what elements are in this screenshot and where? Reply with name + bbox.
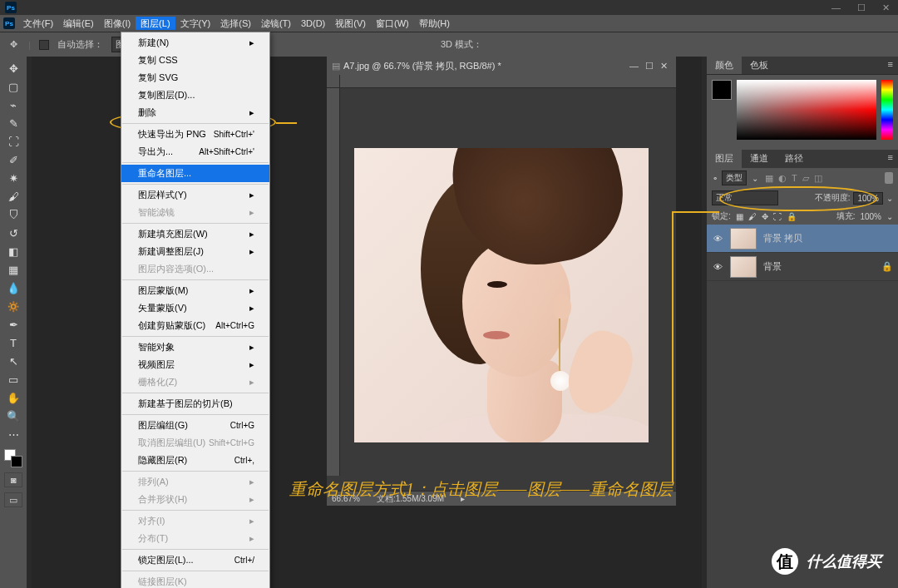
menu-item[interactable]: 新建基于图层的切片(B) bbox=[121, 395, 269, 413]
color-swatches[interactable] bbox=[4, 449, 22, 467]
doc-maximize-button[interactable]: ☐ bbox=[642, 61, 657, 72]
visibility-toggle[interactable]: 👁 bbox=[712, 233, 723, 245]
menu-item[interactable]: 新建(N)▸ bbox=[121, 34, 269, 52]
doc-close-button[interactable]: ✕ bbox=[657, 61, 671, 72]
menu-item[interactable]: 复制图层(D)... bbox=[121, 86, 269, 104]
lock-transparent-icon[interactable]: ▦ bbox=[736, 212, 743, 221]
layer-thumbnail[interactable] bbox=[730, 256, 757, 278]
menu-item[interactable]: 图层编组(G)Ctrl+G bbox=[121, 417, 269, 434]
menu-item-1[interactable]: 编辑(E) bbox=[58, 17, 99, 30]
opacity-input[interactable]: 100% bbox=[853, 192, 883, 205]
menu-item[interactable]: 创建剪贴蒙版(C)Alt+Ctrl+G bbox=[121, 317, 269, 334]
heal-tool[interactable]: ✷ bbox=[3, 170, 23, 186]
menu-item[interactable]: 删除▸ bbox=[121, 104, 269, 121]
menu-item[interactable]: 重命名图层... bbox=[121, 165, 269, 182]
menu-item[interactable]: 视频图层▸ bbox=[121, 356, 269, 373]
filter-shape-icon[interactable]: ▱ bbox=[802, 173, 809, 184]
hand-tool[interactable]: ✋ bbox=[3, 389, 23, 406]
tab-color[interactable]: 颜色 bbox=[707, 57, 742, 74]
pen-tool[interactable]: ✒ bbox=[3, 316, 23, 333]
tab-channels[interactable]: 通道 bbox=[742, 150, 777, 168]
doc-minimize-button[interactable]: — bbox=[626, 61, 642, 71]
gradient-tool[interactable]: ▦ bbox=[3, 261, 23, 278]
layer-thumbnail[interactable] bbox=[730, 228, 757, 250]
menu-item[interactable]: 图层样式(Y)▸ bbox=[121, 186, 269, 204]
quick-mask-toggle[interactable]: ◙ bbox=[4, 472, 22, 487]
menu-item-0[interactable]: 文件(F) bbox=[18, 17, 58, 30]
eyedropper-tool[interactable]: ✐ bbox=[3, 151, 23, 168]
path-select-tool[interactable]: ↖ bbox=[3, 353, 23, 369]
tab-paths[interactable]: 路径 bbox=[777, 150, 812, 168]
stamp-tool[interactable]: ⛉ bbox=[3, 206, 23, 223]
menu-item[interactable]: 导出为...Alt+Shift+Ctrl+' bbox=[121, 143, 269, 161]
lock-all-icon[interactable]: 🔒 bbox=[787, 212, 797, 221]
lock-pixels-icon[interactable]: 🖌 bbox=[748, 212, 757, 221]
eraser-tool[interactable]: ◧ bbox=[3, 243, 23, 259]
menu-item[interactable]: 新建调整图层(J)▸ bbox=[121, 243, 269, 260]
menu-item-4[interactable]: 文字(Y) bbox=[175, 17, 216, 30]
filter-smart-icon[interactable]: ◫ bbox=[814, 173, 822, 184]
menu-item-8[interactable]: 视图(V) bbox=[330, 17, 371, 30]
menu-item[interactable]: 智能对象▸ bbox=[121, 338, 269, 356]
minimize-button[interactable]: — bbox=[828, 2, 844, 13]
color-field[interactable] bbox=[737, 80, 876, 140]
dodge-tool[interactable]: 🔅 bbox=[3, 298, 23, 314]
tab-swatches[interactable]: 色板 bbox=[742, 57, 777, 74]
menu-item-5[interactable]: 选择(S) bbox=[215, 17, 256, 30]
filter-type-icon[interactable]: T bbox=[792, 173, 797, 184]
menu-item[interactable]: 图层蒙版(M)▸ bbox=[121, 282, 269, 299]
lock-position-icon[interactable]: ✥ bbox=[762, 212, 768, 221]
shape-tool[interactable]: ▭ bbox=[3, 371, 23, 388]
filter-adjust-icon[interactable]: ◐ bbox=[778, 173, 787, 184]
menu-item[interactable]: 快速导出为 PNGShift+Ctrl+' bbox=[121, 126, 269, 143]
ruler-vertical[interactable] bbox=[327, 88, 340, 476]
canvas-image[interactable] bbox=[354, 148, 649, 442]
tab-layers[interactable]: 图层 bbox=[707, 150, 742, 168]
edit-toolbar[interactable]: ⋯ bbox=[3, 426, 23, 442]
doc-menu-icon[interactable]: ▤ bbox=[332, 61, 340, 72]
maximize-button[interactable]: ☐ bbox=[854, 2, 869, 13]
menu-item[interactable]: 锁定图层(L)...Ctrl+/ bbox=[121, 551, 269, 569]
filter-toggle[interactable] bbox=[885, 172, 893, 184]
screen-mode-toggle[interactable]: ▭ bbox=[4, 492, 22, 507]
close-button[interactable]: ✕ bbox=[879, 2, 893, 13]
menu-item[interactable]: 矢量蒙版(V)▸ bbox=[121, 299, 269, 317]
layer-row[interactable]: 👁背景 拷贝 bbox=[707, 225, 898, 253]
ruler-horizontal[interactable] bbox=[340, 75, 676, 88]
blend-mode-dropdown[interactable]: 正常 bbox=[712, 190, 778, 205]
menu-item[interactable]: 新建填充图层(W)▸ bbox=[121, 225, 269, 243]
layer-name[interactable]: 背景 拷贝 bbox=[763, 232, 802, 245]
crop-tool[interactable]: ⛶ bbox=[3, 133, 23, 150]
menu-item-9[interactable]: 窗口(W) bbox=[371, 17, 414, 30]
quick-select-tool[interactable]: ✎ bbox=[3, 115, 23, 131]
foreground-color[interactable] bbox=[712, 80, 732, 100]
type-tool[interactable]: T bbox=[3, 334, 23, 351]
menu-item-7[interactable]: 3D(D) bbox=[296, 17, 330, 30]
visibility-toggle[interactable]: 👁 bbox=[712, 261, 723, 273]
menu-item[interactable]: 隐藏图层(R)Ctrl+, bbox=[121, 452, 269, 469]
menu-item-10[interactable]: 帮助(H) bbox=[414, 17, 455, 30]
history-brush-tool[interactable]: ↺ bbox=[3, 225, 23, 241]
lasso-tool[interactable]: ⌁ bbox=[3, 96, 23, 113]
menu-item[interactable]: 复制 SVG bbox=[121, 69, 269, 86]
filter-kind-dropdown[interactable]: 类型 bbox=[722, 170, 747, 185]
menu-item[interactable]: 复制 CSS bbox=[121, 52, 269, 69]
document-canvas[interactable] bbox=[327, 75, 676, 491]
fill-input[interactable]: 100% bbox=[860, 212, 881, 221]
menu-item-6[interactable]: 滤镜(T) bbox=[256, 17, 296, 30]
marquee-tool[interactable]: ▢ bbox=[3, 78, 23, 95]
menu-item-2[interactable]: 图像(I) bbox=[99, 17, 136, 30]
color-panel-menu[interactable]: ≡ bbox=[883, 57, 898, 74]
layers-panel-menu[interactable]: ≡ bbox=[883, 150, 898, 168]
document-titlebar[interactable]: ▤ A7.jpg @ 66.7% (背景 拷贝, RGB/8#) * — ☐ ✕ bbox=[327, 57, 676, 75]
filter-pixel-icon[interactable]: ▦ bbox=[765, 173, 773, 184]
lock-artboard-icon[interactable]: ⛶ bbox=[773, 212, 782, 221]
blur-tool[interactable]: 💧 bbox=[3, 279, 23, 296]
move-tool[interactable]: ✥ bbox=[3, 60, 23, 77]
menu-item-3[interactable]: 图层(L) bbox=[136, 17, 175, 30]
brush-tool[interactable]: 🖌 bbox=[3, 188, 23, 205]
auto-select-checkbox[interactable] bbox=[39, 40, 49, 50]
zoom-tool[interactable]: 🔍 bbox=[3, 408, 23, 424]
hue-slider[interactable] bbox=[881, 80, 893, 140]
layer-row[interactable]: 👁背景🔒 bbox=[707, 253, 898, 281]
